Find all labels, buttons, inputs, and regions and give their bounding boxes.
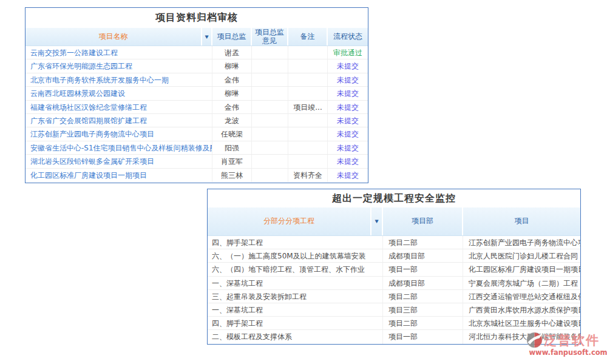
cell-director: 肖亚军 xyxy=(212,155,252,167)
table-row[interactable]: 六、（一）施工高度50M及以上的建筑幕墙安装成都项目部北京人民医院门诊妇儿楼工程… xyxy=(208,249,580,263)
cell-opinion xyxy=(252,114,288,127)
project-name-filter-button[interactable]: ▼ xyxy=(202,28,212,46)
cell-opinion xyxy=(252,141,288,154)
cell-name[interactable]: 云南交投第一公路建设工程 xyxy=(25,46,212,59)
cell-subitem: 六、（一）施工高度50M及以上的建筑幕墙安装 xyxy=(208,249,383,262)
fanpu-brand-text: 泛普软件 xyxy=(544,332,600,349)
table-row[interactable]: 广东省环保光明能源生态园工程柳琳未提交 xyxy=(25,59,368,73)
table-row[interactable]: 广东省广交会展馆四期展馆扩建工程龙波未提交 xyxy=(25,114,368,127)
cell-remark xyxy=(288,73,328,86)
cell-name[interactable]: 广东省环保光明能源生态园工程 xyxy=(25,59,212,72)
cell-director: 任晓渠 xyxy=(212,127,252,140)
cell-status: 未提交 xyxy=(328,59,368,72)
cell-project: 江西交通运输管理总站交通枢纽及停车... xyxy=(463,290,580,303)
table-row[interactable]: 一、深基坑工程成都项目部宁夏会展湾东城广场（二期）工程 xyxy=(208,277,580,290)
cell-opinion xyxy=(252,73,288,86)
cell-status: 未提交 xyxy=(328,73,368,86)
cell-dept: 项目一部 xyxy=(383,263,463,275)
cell-dept: 项目二部 xyxy=(383,290,463,303)
fanpu-url-text: www.fanpusoft.com xyxy=(526,348,607,357)
cell-name[interactable]: 云南西北旺园林景观公园建设 xyxy=(25,87,212,99)
cell-subitem: 一、深基坑工程 xyxy=(208,277,383,289)
cell-subitem: 四、脚手架工程 xyxy=(208,236,383,249)
safety-panel-title: 超出一定规模工程安全监控 xyxy=(208,189,580,207)
column-header-project-dept: 项目部 xyxy=(383,207,463,235)
cell-project: 北京人民医院门诊妇儿楼工程合同 xyxy=(463,249,580,262)
cell-name[interactable]: 福建省桃场社区汉馀纪念堂修缮工程 xyxy=(25,101,212,113)
cell-remark: 项目竣... xyxy=(288,101,328,113)
cell-director: 金伟 xyxy=(212,101,252,113)
cell-dept: 项目三部 xyxy=(383,303,463,316)
cell-subitem: 二、模板工程及支撑体系 xyxy=(208,330,383,343)
cell-opinion xyxy=(252,101,288,113)
cell-director: 柳琳 xyxy=(212,59,252,72)
cell-opinion xyxy=(252,59,288,72)
column-header-director-opinion: 项目总监意见 xyxy=(252,28,288,46)
chevron-down-icon: ▼ xyxy=(375,219,378,224)
cell-name[interactable]: 安徽省生活中心-S1住宅项目销售中心及样板间精装修及配套 xyxy=(25,141,212,154)
cell-opinion xyxy=(252,169,288,182)
cell-remark xyxy=(288,87,328,99)
cell-name[interactable]: 湖北岩头区段铅锌银多金属矿开采项目 xyxy=(25,155,212,167)
table-row[interactable]: 福建省桃场社区汉馀纪念堂修缮工程金伟项目竣...未提交 xyxy=(25,101,368,114)
cell-remark: 资料齐全 xyxy=(288,169,328,182)
cell-status: 未提交 xyxy=(328,101,368,113)
cell-remark xyxy=(288,46,328,59)
safety-table-body: 四、脚手架工程项目二部江苏创新产业园电子商务物流中心项目六、（一）施工高度50M… xyxy=(208,236,580,344)
cell-status: 未提交 xyxy=(328,114,368,127)
column-header-director: 项目总监 xyxy=(212,28,252,46)
subdivision-filter-button[interactable]: ▼ xyxy=(371,207,383,235)
cell-remark xyxy=(288,127,328,140)
table-row[interactable]: 云南交投第一公路建设工程谢孟审批通过 xyxy=(25,46,368,59)
table-row[interactable]: 三、起重吊装及安装拆卸工程项目二部江西交通运输管理总站交通枢纽及停车... xyxy=(208,290,580,303)
cell-subitem: 六、（四）地下暗挖工程、顶管工程、水下作业 xyxy=(208,263,383,275)
cell-director: 熊三林 xyxy=(212,169,252,182)
cell-opinion xyxy=(252,87,288,99)
table-row[interactable]: 化工园区标准厂房建设项目一期项目熊三林资料齐全未提交 xyxy=(25,169,368,182)
cell-project: 北京东城社区卫生服务中心建设项目EPC xyxy=(463,317,580,329)
cell-dept: 成都项目部 xyxy=(383,277,463,289)
fanpu-watermark: 泛普软件 www.fanpusoft.com xyxy=(526,331,607,357)
cell-dept: 项目二部 xyxy=(383,317,463,329)
table-row[interactable]: 一、深基坑工程项目三部广西黄田水库饮用水源水质保护项目 xyxy=(208,303,580,317)
table-row[interactable]: 云南西北旺园林景观公园建设柳琳未提交 xyxy=(25,87,368,100)
cell-name[interactable]: 江苏创新产业园电子商务物流中心项目 xyxy=(25,127,212,140)
cell-remark xyxy=(288,114,328,127)
chevron-down-icon: ▼ xyxy=(205,34,208,39)
table-row[interactable]: 安徽省生活中心-S1住宅项目销售中心及样板间精装修及配套阳强未提交 xyxy=(25,141,368,155)
safety-table-header: 分部分分项工程 ▼ 项目部 项目 xyxy=(208,207,580,236)
cell-remark xyxy=(288,59,328,72)
cell-remark xyxy=(288,155,328,167)
fanpu-logo-icon xyxy=(526,331,543,349)
table-row[interactable]: 六、（四）地下暗挖工程、顶管工程、水下作业项目一部化工园区标准厂房建设项目一期项… xyxy=(208,263,580,276)
safety-monitor-panel: 超出一定规模工程安全监控 分部分分项工程 ▼ 项目部 项目 四、脚手架工程项目二… xyxy=(207,189,581,345)
column-header-project-name[interactable]: 项目名称 xyxy=(25,28,202,46)
cell-remark xyxy=(288,141,328,154)
cell-subitem: 三、起重吊装及安装拆卸工程 xyxy=(208,290,383,303)
cell-status: 未提交 xyxy=(328,155,368,167)
table-row[interactable]: 江苏创新产业园电子商务物流中心项目任晓渠未提交 xyxy=(25,127,368,141)
cell-project: 化工园区标准厂房建设项目一期项目 xyxy=(463,263,580,275)
cell-project: 江苏创新产业园电子商务物流中心项目 xyxy=(463,236,580,249)
cell-status: 审批通过 xyxy=(328,46,368,59)
column-header-flow-status: 流程状态 xyxy=(328,28,368,46)
column-header-remark: 备注 xyxy=(288,28,328,46)
cell-project: 宁夏会展湾东城广场（二期）工程 xyxy=(463,277,580,289)
table-row[interactable]: 四、脚手架工程项目二部江苏创新产业园电子商务物流中心项目 xyxy=(208,236,580,249)
table-row[interactable]: 北京市电子商务软件系统开发服务中心一期金伟未提交 xyxy=(25,73,368,87)
table-row[interactable]: 湖北岩头区段铅锌银多金属矿开采项目肖亚军未提交 xyxy=(25,155,368,168)
cell-dept: 项目二部 xyxy=(383,236,463,249)
cell-subitem: 一、深基坑工程 xyxy=(208,303,383,316)
cell-opinion xyxy=(252,155,288,167)
column-header-subdivision-work[interactable]: 分部分分项工程 xyxy=(208,207,371,235)
cell-status: 未提交 xyxy=(328,127,368,140)
column-header-project: 项目 xyxy=(463,207,580,235)
table-row[interactable]: 四、脚手架工程项目二部北京东城社区卫生服务中心建设项目EPC xyxy=(208,317,580,330)
cell-name[interactable]: 广东省广交会展馆四期展馆扩建工程 xyxy=(25,114,212,127)
cell-name[interactable]: 化工园区标准厂房建设项目一期项目 xyxy=(25,169,212,182)
cell-name[interactable]: 北京市电子商务软件系统开发服务中心一期 xyxy=(25,73,212,86)
cell-director: 龙波 xyxy=(212,114,252,127)
cell-status: 未提交 xyxy=(328,141,368,154)
archive-table-header: 项目名称 ▼ 项目总监 项目总监意见 备注 流程状态 xyxy=(25,28,368,46)
table-row[interactable]: 二、模板工程及支撑体系项目一部河北恒力泰科技大型高端智能装备制造... xyxy=(208,330,580,343)
